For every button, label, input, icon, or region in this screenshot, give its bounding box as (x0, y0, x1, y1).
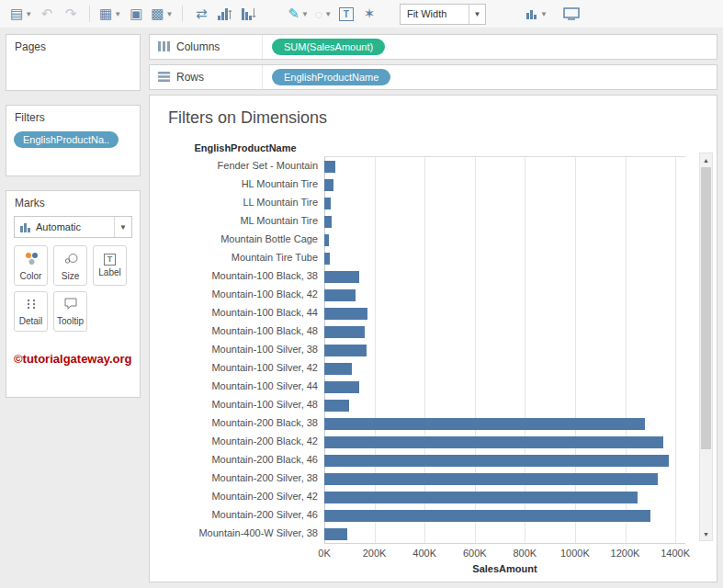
category-label[interactable]: Mountain-200 Silver, 42 (166, 487, 324, 505)
scroll-down-button[interactable]: ▼ (700, 527, 712, 540)
bar[interactable] (324, 216, 332, 228)
show-mark-labels-button[interactable]: T (339, 7, 354, 21)
dropdown-caret-icon[interactable]: ▼ (324, 10, 332, 18)
bar[interactable] (324, 308, 367, 320)
category-label[interactable]: Mountain-200 Silver, 38 (166, 469, 324, 487)
add-data-source-button[interactable]: ▤▼ (7, 3, 35, 25)
bar[interactable] (324, 418, 645, 430)
category-label[interactable]: Mountain-200 Black, 38 (166, 413, 324, 432)
bar[interactable] (324, 289, 356, 301)
bar[interactable] (324, 455, 669, 467)
bar[interactable] (324, 492, 638, 503)
sort-ascending-button[interactable] (213, 3, 237, 25)
bar[interactable] (324, 473, 658, 485)
pages-shelf[interactable]: Pages (6, 34, 141, 91)
category-label[interactable]: Mountain-100 Black, 48 (166, 322, 324, 340)
bar-row (324, 267, 685, 286)
dropdown-caret-icon[interactable]: ▼ (165, 10, 173, 18)
category-label[interactable]: HL Mountain Tire (166, 175, 324, 193)
fix-axes-button[interactable]: ✶ (357, 3, 381, 25)
category-label[interactable]: Mountain-100 Silver, 38 (166, 340, 324, 358)
new-worksheet-button[interactable]: ▦▼ (96, 3, 124, 25)
x-axis-spacer (166, 544, 324, 560)
highlight-button[interactable]: ✎▼ (285, 3, 311, 25)
dropdown-caret-icon[interactable]: ▼ (114, 10, 121, 18)
category-label[interactable]: Mountain-200 Black, 42 (166, 432, 324, 450)
category-label[interactable]: Mountain Bottle Cage (166, 230, 324, 248)
dropdown-caret-icon[interactable]: ▼ (25, 10, 32, 18)
row-field-header[interactable]: EnglishProductName (166, 142, 324, 153)
presentation-mode-button[interactable] (559, 3, 583, 25)
x-title-spacer (166, 563, 324, 574)
bar-row (324, 433, 685, 451)
category-label[interactable]: Mountain Tire Tube (166, 248, 324, 266)
bar-row (324, 396, 685, 414)
fit-selector[interactable]: Fit Width▼ (400, 4, 486, 25)
bar-chart-icon (15, 222, 36, 232)
swap-rows-columns-button[interactable]: ⇄ (189, 3, 213, 25)
category-label[interactable]: Mountain-100 Silver, 44 (166, 377, 324, 395)
bar[interactable] (324, 179, 333, 191)
filters-shelf[interactable]: Filters EnglishProductNa.. (6, 105, 141, 176)
bar[interactable] (324, 271, 359, 283)
detail-button[interactable]: Detail (14, 291, 48, 332)
color-button[interactable]: Color (14, 245, 48, 286)
category-label[interactable]: Mountain-200 Silver, 46 (166, 505, 324, 524)
category-label[interactable]: Mountain-400-W Silver, 38 (166, 524, 324, 542)
size-label: Size (62, 271, 79, 281)
bar[interactable] (324, 528, 347, 540)
filter-pill-englishproductname[interactable]: EnglishProductNa.. (14, 131, 119, 148)
bar[interactable] (324, 198, 331, 209)
dropdown-caret-icon[interactable]: ▼ (540, 10, 548, 18)
category-label[interactable]: Mountain-100 Silver, 48 (166, 395, 324, 413)
chevron-down-icon[interactable]: ▼ (469, 5, 485, 24)
clear-sheet-button[interactable]: ▩▼ (148, 3, 175, 25)
scroll-thumb[interactable] (701, 167, 711, 449)
sort-descending-button[interactable] (237, 3, 261, 25)
sheet-title: Filters on Dimensions (168, 108, 685, 128)
category-label[interactable]: Mountain-100 Silver, 42 (166, 358, 324, 377)
bar[interactable] (324, 161, 335, 173)
bar[interactable] (324, 363, 352, 375)
toolbar-separator (89, 6, 90, 22)
category-label[interactable]: Fender Set - Mountain (166, 156, 324, 175)
rows-shelf[interactable]: Rows EnglishProductName (149, 64, 717, 90)
bar-chart: Fender Set - MountainHL Mountain TireLL … (166, 156, 685, 544)
columns-pill-sum-salesamount[interactable]: SUM(SalesAmount) (272, 39, 385, 55)
bar[interactable] (324, 510, 650, 522)
category-label[interactable]: Mountain-100 Black, 38 (166, 266, 324, 285)
size-button[interactable]: Size (53, 245, 87, 286)
bar-row (324, 488, 685, 506)
redo-button: ↷ (59, 3, 83, 25)
size-icon (63, 251, 78, 269)
columns-shelf[interactable]: Columns SUM(SalesAmount) (149, 34, 717, 60)
bar[interactable] (324, 326, 365, 338)
new-worksheet-icon: ▦ (99, 6, 112, 22)
bar[interactable] (324, 381, 359, 393)
duplicate-sheet-button[interactable]: ▣ (124, 3, 148, 25)
category-label[interactable]: LL Mountain Tire (166, 193, 324, 211)
bar-row (324, 469, 685, 488)
bar[interactable] (324, 234, 329, 246)
bar[interactable] (324, 345, 367, 356)
category-label[interactable]: Mountain-100 Black, 44 (166, 303, 324, 322)
color-label: Color (20, 271, 42, 281)
x-axis-title[interactable]: SalesAmount (324, 563, 685, 574)
bar[interactable] (324, 436, 663, 448)
bar[interactable] (324, 400, 349, 412)
rows-pill-englishproductname[interactable]: EnglishProductName (272, 69, 390, 85)
vertical-scrollbar[interactable]: ▲ ▼ (699, 153, 713, 541)
show-hide-cards-button[interactable]: ▼ (523, 3, 550, 25)
bar[interactable] (324, 253, 330, 265)
category-label[interactable]: Mountain-200 Black, 46 (166, 450, 324, 469)
scroll-up-button[interactable]: ▲ (700, 153, 712, 166)
category-label[interactable]: Mountain-100 Black, 42 (166, 285, 324, 303)
tooltip-button[interactable]: Tooltip (53, 291, 87, 332)
mark-type-dropdown[interactable]: Automatic ▼ (14, 216, 132, 238)
sidebar: Pages Filters EnglishProductNa.. Marks A… (6, 34, 141, 582)
label-button[interactable]: T Label (93, 245, 127, 286)
category-label[interactable]: ML Mountain Tire (166, 211, 324, 230)
swap-rows-columns-icon: ⇄ (196, 6, 208, 22)
x-tick-label: 1000K (560, 548, 590, 559)
dropdown-caret-icon[interactable]: ▼ (301, 10, 309, 18)
